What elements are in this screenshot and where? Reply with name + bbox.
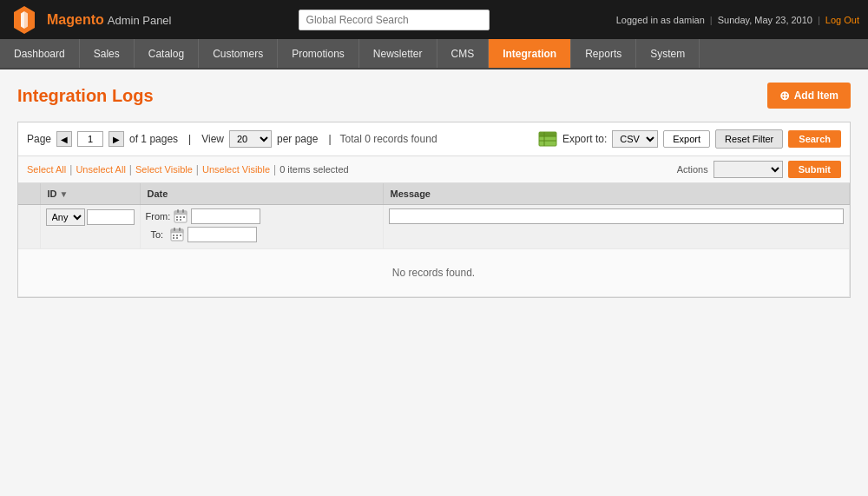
- nav-item-customers[interactable]: Customers: [199, 39, 278, 68]
- from-calendar-icon[interactable]: [174, 209, 187, 223]
- table-header-row: ID ▼ Date Message: [18, 183, 850, 205]
- top-header: MagentoAdmin Panel Logged in as damian |…: [0, 0, 868, 39]
- add-item-label: Add Item: [794, 89, 838, 102]
- logo-name: MagentoAdmin Panel: [47, 12, 172, 27]
- export-to-label: Export to:: [562, 133, 607, 145]
- page-title: Integration Logs: [17, 86, 154, 106]
- unselect-visible-link[interactable]: Unselect Visible: [202, 164, 270, 175]
- th-id-label: ID: [48, 188, 57, 199]
- filter-to-row: To:: [146, 227, 378, 242]
- submit-button[interactable]: Submit: [788, 161, 841, 178]
- to-label: To:: [151, 229, 164, 240]
- view-label: View: [201, 133, 224, 145]
- filter-from-row: From:: [146, 208, 378, 224]
- header-right: Logged in as damian | Sunday, May 23, 20…: [616, 15, 859, 25]
- divider: |: [710, 15, 713, 25]
- svg-rect-22: [176, 235, 178, 236]
- filter-to-date-input[interactable]: [187, 227, 257, 242]
- logged-in-text: Logged in as damian: [616, 15, 705, 25]
- global-search-input[interactable]: [299, 10, 490, 30]
- nav-item-cms[interactable]: CMS: [437, 39, 490, 68]
- export-button[interactable]: Export: [663, 130, 710, 148]
- svg-rect-11: [182, 209, 184, 213]
- selection-left: Select All | Unselect All | Select Visib…: [27, 163, 349, 175]
- pagination-bar: Page ◀ ▶ of 1 pages | View 20 50 100 200…: [18, 122, 850, 156]
- of-pages-text: of 1 pages: [129, 133, 178, 145]
- date-text: Sunday, May 23, 2010: [718, 15, 812, 25]
- per-page-select[interactable]: 20 50 100 200: [229, 130, 272, 148]
- page-input[interactable]: [77, 131, 103, 147]
- svg-rect-24: [173, 237, 174, 239]
- total-text: Total 0 records found: [340, 133, 437, 145]
- filter-date-cell: From:: [140, 205, 383, 249]
- logout-link[interactable]: Log Out: [825, 15, 859, 25]
- filter-row: Any = != > < From:: [18, 205, 850, 249]
- svg-rect-25: [176, 237, 178, 239]
- select-all-link[interactable]: Select All: [27, 164, 66, 175]
- nav-item-system[interactable]: System: [636, 39, 700, 68]
- svg-rect-14: [183, 216, 185, 218]
- export-area: Export to: CSV XML Export Reset Filter S…: [538, 129, 841, 149]
- filter-id-select[interactable]: Any = != > <: [46, 208, 85, 226]
- th-id[interactable]: ID ▼: [40, 183, 140, 205]
- svg-marker-2: [24, 11, 28, 29]
- filter-from-date-input[interactable]: [191, 208, 260, 224]
- page-next-btn[interactable]: ▶: [108, 131, 124, 147]
- nav-item-sales[interactable]: Sales: [80, 39, 135, 68]
- data-table: ID ▼ Date Message Any =: [18, 183, 850, 297]
- export-format-select[interactable]: CSV XML: [612, 130, 658, 148]
- svg-marker-1: [21, 11, 24, 29]
- page-title-bar: Integration Logs ⊕ Add Item: [17, 83, 851, 109]
- from-label: From:: [146, 211, 171, 222]
- sep2: |: [328, 133, 331, 145]
- no-records-row: No records found.: [18, 249, 850, 297]
- magento-logo-icon: [9, 4, 40, 36]
- export-icon: [538, 131, 557, 147]
- selection-bar: Select All | Unselect All | Select Visib…: [18, 156, 850, 183]
- plus-icon: ⊕: [779, 89, 790, 103]
- logo-area: MagentoAdmin Panel: [9, 4, 172, 36]
- page-prev-btn[interactable]: ◀: [56, 131, 72, 147]
- svg-rect-10: [177, 209, 179, 213]
- svg-rect-21: [173, 235, 174, 236]
- filter-id-input[interactable]: [87, 209, 135, 225]
- svg-rect-19: [174, 228, 175, 231]
- add-item-button[interactable]: ⊕ Add Item: [767, 83, 851, 109]
- nav-item-newsletter[interactable]: Newsletter: [359, 39, 437, 68]
- filter-check-cell: [18, 205, 40, 249]
- select-visible-link[interactable]: Select Visible: [135, 164, 193, 175]
- filter-message-cell: [383, 205, 850, 249]
- items-selected-count: 0 items selected: [279, 164, 348, 175]
- filter-message-input[interactable]: [389, 208, 845, 224]
- grid-container: Page ◀ ▶ of 1 pages | View 20 50 100 200…: [17, 122, 851, 298]
- logo-sub: Admin Panel: [108, 14, 172, 27]
- nav-item-integration[interactable]: Integration: [489, 39, 571, 68]
- th-checkbox: [18, 183, 40, 205]
- nav-item-dashboard[interactable]: Dashboard: [0, 39, 80, 68]
- per-page-label: per page: [277, 133, 318, 145]
- global-search-area: [299, 10, 490, 30]
- sort-desc-icon: ▼: [60, 189, 69, 199]
- svg-rect-16: [180, 219, 181, 221]
- search-button[interactable]: Search: [788, 130, 841, 148]
- page-label: Page: [27, 133, 51, 145]
- svg-rect-23: [180, 235, 181, 236]
- th-date: Date: [140, 183, 383, 205]
- svg-rect-18: [171, 229, 183, 233]
- actions-select[interactable]: [713, 161, 783, 178]
- selection-right: Actions Submit: [677, 161, 841, 178]
- main-content: Integration Logs ⊕ Add Item Page ◀ ▶ of …: [0, 69, 868, 496]
- nav-item-reports[interactable]: Reports: [571, 39, 636, 68]
- nav-item-promotions[interactable]: Promotions: [278, 39, 359, 68]
- nav-item-catalog[interactable]: Catalog: [135, 39, 199, 68]
- no-records-cell: No records found.: [18, 249, 850, 297]
- to-calendar-icon[interactable]: [170, 228, 184, 241]
- svg-rect-15: [176, 219, 178, 221]
- svg-rect-9: [174, 211, 187, 215]
- divider2: |: [818, 15, 820, 25]
- unselect-all-link[interactable]: Unselect All: [76, 164, 125, 175]
- svg-rect-4: [539, 132, 556, 136]
- th-message: Message: [383, 183, 850, 205]
- svg-rect-20: [179, 228, 181, 231]
- reset-filter-button[interactable]: Reset Filter: [715, 129, 783, 149]
